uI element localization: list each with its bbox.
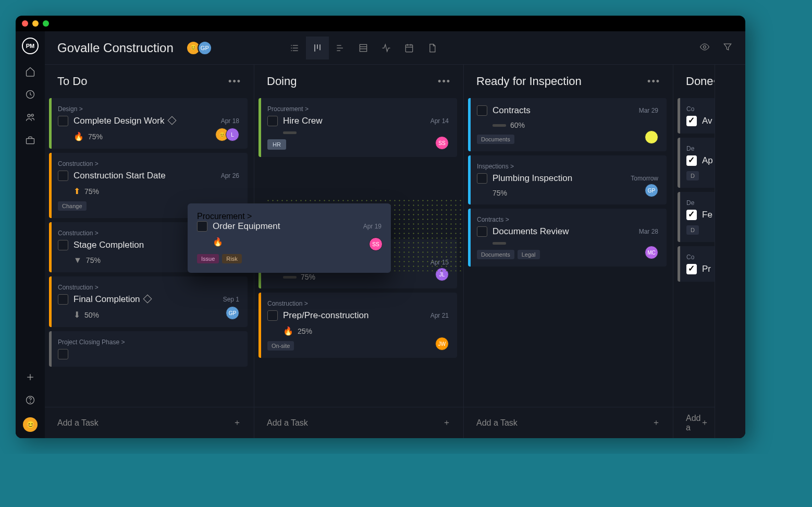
list-view-icon[interactable]: [283, 37, 306, 59]
task-checkbox[interactable]: [267, 310, 278, 321]
add-task-label: Add a Task: [267, 418, 308, 428]
task-percent: 75%: [88, 132, 103, 141]
calendar-view-icon[interactable]: [398, 37, 421, 59]
add-task-button[interactable]: Add a Task＋: [254, 407, 463, 438]
svg-point-8: [704, 45, 706, 48]
priority-down-icon: ⬇: [73, 310, 80, 320]
task-checkbox[interactable]: [477, 226, 487, 237]
people-icon[interactable]: [24, 112, 36, 123]
avatar[interactable]: L: [226, 128, 239, 141]
task-card[interactable]: DeFeD: [678, 192, 715, 242]
tag: Change: [58, 201, 87, 211]
task-card[interactable]: CoPr: [678, 246, 715, 282]
task-checkbox[interactable]: [58, 116, 68, 126]
task-title: Order Equipment: [213, 221, 358, 232]
board-view-icon[interactable]: [306, 37, 329, 59]
column-header: Doing•••: [254, 65, 463, 98]
task-percent: 60%: [510, 121, 525, 129]
task-title: Prep/Pre-construction: [283, 310, 425, 321]
card-breadcrumb: Co: [686, 254, 715, 261]
avatar[interactable]: GP: [226, 306, 239, 320]
task-percent: 75%: [84, 187, 99, 196]
card-breadcrumb: Construction >: [58, 284, 239, 291]
column-header: Ready for Inspection•••: [464, 65, 673, 98]
task-checkbox[interactable]: [267, 116, 278, 126]
task-card[interactable]: Procurement >Hire CrewApr 14HRSS: [259, 98, 457, 157]
gantt-view-icon[interactable]: [329, 37, 352, 59]
add-task-button[interactable]: Add a Task＋: [464, 407, 673, 438]
task-card[interactable]: Project Closing Phase >: [49, 331, 248, 367]
column-header: Done•••: [673, 65, 715, 98]
progress-bar: [283, 276, 297, 279]
task-title: Final Completion: [73, 294, 218, 305]
filter-icon[interactable]: [722, 42, 733, 54]
task-checkbox[interactable]: [58, 349, 68, 359]
task-checkbox[interactable]: [477, 105, 487, 116]
home-icon[interactable]: [24, 66, 36, 77]
task-card[interactable]: Construction >Prep/Pre-constructionApr 2…: [259, 293, 457, 358]
task-card[interactable]: Inspections >Plumbing InspectionTomorrow…: [468, 155, 667, 204]
tag: D: [686, 225, 699, 235]
milestone-icon: [168, 116, 177, 125]
avatar[interactable]: [645, 130, 658, 144]
current-user-avatar[interactable]: 😊: [23, 417, 38, 432]
column-body: CoAvDeApDDeFeDCoPr: [673, 98, 715, 407]
task-card[interactable]: Contracts >Documents ReviewMar 28Documen…: [468, 209, 667, 267]
plus-icon: ＋: [233, 417, 241, 428]
task-checkbox[interactable]: [686, 155, 697, 166]
task-checkbox[interactable]: [686, 210, 697, 220]
card-avatars: [648, 130, 658, 144]
column-menu-icon[interactable]: •••: [713, 76, 715, 87]
task-date: Apr 14: [430, 117, 449, 125]
avatar[interactable]: JW: [435, 337, 449, 351]
task-title: Av: [702, 116, 715, 126]
maximize-window-button[interactable]: [43, 20, 49, 27]
task-date: Tomorrow: [631, 175, 658, 182]
recent-icon[interactable]: [24, 89, 36, 100]
tag: Issue: [197, 254, 219, 263]
column-menu-icon[interactable]: •••: [647, 76, 660, 87]
add-icon[interactable]: [24, 371, 36, 383]
project-members[interactable]: 😊 GP: [186, 41, 212, 55]
task-percent: 75%: [493, 189, 507, 197]
task-checkbox[interactable]: [58, 171, 68, 181]
add-task-button[interactable]: Add a＋: [673, 407, 715, 438]
task-checkbox[interactable]: [686, 116, 697, 126]
briefcase-icon[interactable]: [24, 135, 36, 146]
card-avatars: MC: [648, 246, 658, 259]
task-date: Apr 21: [430, 312, 449, 319]
add-task-button[interactable]: Add a Task＋: [45, 407, 254, 438]
close-window-button[interactable]: [22, 20, 28, 27]
column-menu-icon[interactable]: •••: [438, 76, 451, 87]
avatar[interactable]: GP: [645, 184, 658, 197]
flame-icon: 🔥: [73, 131, 84, 141]
task-card[interactable]: CoAv: [678, 98, 715, 134]
task-card[interactable]: Design >Complete Design Work Apr 18🔥75%😊…: [49, 98, 248, 149]
task-card[interactable]: DeApD: [678, 138, 715, 188]
task-card[interactable]: ContractsMar 2960%Documents: [468, 98, 667, 151]
help-icon[interactable]: [24, 394, 36, 406]
main-area: Govalle Construction 😊 GP: [45, 31, 745, 438]
card-avatars: JW: [438, 337, 449, 351]
card-breadcrumb: De: [686, 145, 715, 152]
task-checkbox[interactable]: [58, 240, 68, 250]
task-checkbox[interactable]: [477, 173, 487, 184]
visibility-icon[interactable]: [699, 42, 710, 54]
column-menu-icon[interactable]: •••: [228, 76, 241, 87]
task-card[interactable]: Construction >Final Completion Sep 1⬇50%…: [49, 276, 248, 327]
task-percent: 50%: [84, 311, 99, 319]
task-checkbox[interactable]: [197, 221, 207, 232]
activity-view-icon[interactable]: [375, 37, 398, 59]
svg-rect-3: [27, 139, 34, 144]
dragging-task-card[interactable]: Procurement > Order Equipment Apr 19 🔥 I…: [188, 203, 391, 273]
sheet-view-icon[interactable]: [352, 37, 375, 59]
avatar[interactable]: MC: [645, 246, 658, 259]
minimize-window-button[interactable]: [32, 20, 39, 27]
avatar[interactable]: GP: [198, 41, 212, 55]
avatar[interactable]: SS: [435, 136, 449, 150]
logo-icon[interactable]: PM: [22, 38, 39, 54]
column-body: ContractsMar 2960%DocumentsInspections >…: [464, 98, 673, 407]
task-checkbox[interactable]: [58, 294, 68, 305]
file-view-icon[interactable]: [421, 37, 444, 59]
task-checkbox[interactable]: [686, 264, 697, 274]
